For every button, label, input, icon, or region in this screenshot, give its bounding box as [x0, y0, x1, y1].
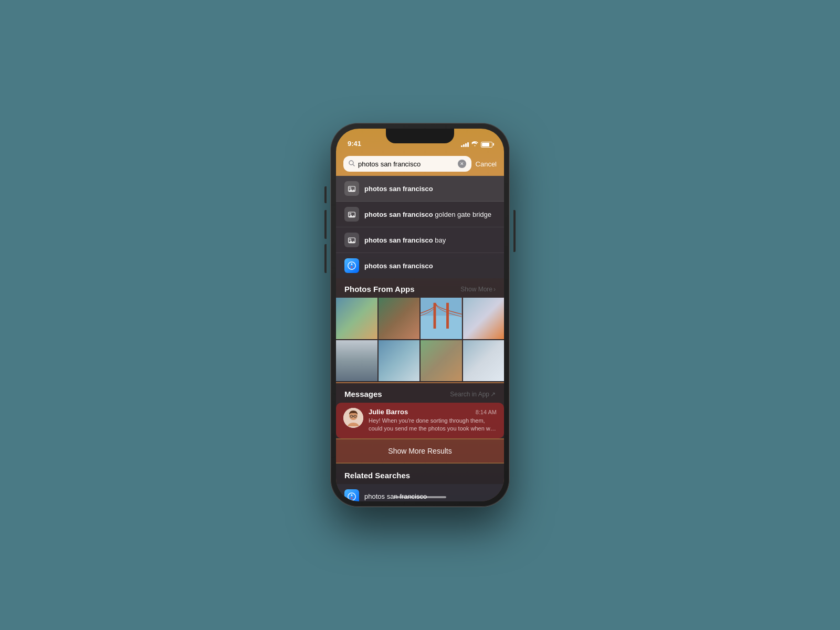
search-icon	[349, 160, 355, 168]
message-item-julie[interactable]: Julie Barros 8:14 AM Hey! When you're do…	[336, 403, 504, 438]
external-link-icon: ↗	[490, 391, 496, 398]
photos-from-apps-section: Photos From Apps Show More ›	[336, 278, 504, 382]
chevron-right-icon: ›	[494, 286, 496, 293]
show-more-results-button[interactable]: Show More Results	[336, 439, 504, 463]
svg-marker-7	[349, 215, 355, 217]
autocomplete-text-3: photos san francisco bay	[364, 236, 446, 244]
photos-app-icon-3	[344, 233, 359, 247]
wifi-icon	[471, 141, 478, 148]
svg-point-0	[349, 161, 353, 165]
search-bar[interactable]: photos san francisco ✕	[343, 156, 471, 172]
message-content: Julie Barros 8:14 AM Hey! When you're do…	[369, 408, 497, 433]
svg-marker-10	[349, 240, 355, 243]
photos-section-header: Photos From Apps Show More ›	[336, 278, 504, 298]
mute-button[interactable]	[324, 186, 327, 203]
photo-cell-7[interactable]	[421, 340, 462, 382]
phone-device: 9:41	[331, 123, 509, 507]
volume-down-button[interactable]	[324, 244, 327, 273]
autocomplete-list: photos san francisco photos san francisc…	[336, 176, 504, 278]
photos-section-title: Photos From Apps	[344, 285, 415, 293]
svg-line-1	[353, 164, 355, 166]
svg-rect-15	[421, 316, 462, 339]
messages-section: Messages Search in App ↗	[336, 383, 504, 438]
message-sender-name: Julie Barros	[369, 408, 408, 416]
autocomplete-item-3[interactable]: photos san francisco bay	[336, 227, 504, 253]
message-header: Julie Barros 8:14 AM	[369, 408, 497, 416]
svg-marker-24	[351, 494, 353, 496]
search-in-app-label: Search in App	[450, 391, 489, 398]
power-button[interactable]	[513, 210, 516, 252]
photo-cell-8[interactable]	[463, 340, 505, 382]
status-icons	[461, 141, 492, 149]
photo-cell-6[interactable]	[379, 340, 420, 382]
autocomplete-item-4[interactable]: photos san francisco	[336, 253, 504, 278]
photos-app-icon-2	[344, 207, 359, 222]
autocomplete-text-2: photos san francisco golden gate bridge	[364, 211, 491, 218]
photo-cell-4[interactable]	[463, 298, 505, 339]
safari-icon-1	[344, 258, 359, 273]
show-more-label: Show More	[460, 286, 492, 293]
search-input-text: photos san francisco	[358, 160, 455, 168]
related-search-item-1[interactable]: photos san francisco	[336, 484, 504, 501]
svg-rect-6	[349, 213, 351, 215]
related-searches-title: Related Searches	[336, 465, 504, 484]
status-time: 9:41	[348, 140, 361, 149]
search-overlay[interactable]: photos san francisco ✕ Cancel photos sa	[336, 152, 504, 501]
messages-search-in-app-link[interactable]: Search in App ↗	[450, 391, 496, 398]
notch	[386, 129, 454, 143]
cancel-button[interactable]: Cancel	[476, 160, 497, 168]
battery-icon	[481, 142, 492, 148]
autocomplete-text-4: photos san francisco	[364, 262, 433, 270]
svg-rect-3	[349, 187, 351, 189]
photo-cell-5[interactable]	[336, 340, 377, 382]
svg-marker-12	[351, 263, 353, 266]
photo-cell-1[interactable]	[336, 298, 377, 339]
phone-screen: 9:41	[336, 129, 504, 501]
home-indicator[interactable]	[394, 496, 446, 498]
message-time: 8:14 AM	[476, 409, 497, 415]
volume-up-button[interactable]	[324, 210, 327, 239]
svg-rect-9	[349, 239, 351, 240]
autocomplete-item-1[interactable]: photos san francisco	[336, 176, 504, 202]
message-preview: Hey! When you're done sorting through th…	[369, 417, 497, 433]
photo-grid	[336, 298, 504, 382]
photo-cell-3[interactable]	[421, 298, 462, 339]
svg-marker-25	[351, 497, 353, 500]
photos-show-more-link[interactable]: Show More ›	[460, 286, 496, 293]
svg-rect-17	[446, 303, 449, 329]
search-bar-row: photos san francisco ✕ Cancel	[336, 152, 504, 176]
photo-cell-2[interactable]	[379, 298, 420, 339]
photos-app-icon-1	[344, 181, 359, 196]
messages-section-header: Messages Search in App ↗	[336, 383, 504, 403]
clear-search-button[interactable]: ✕	[458, 160, 466, 168]
safari-icon-related	[344, 489, 359, 501]
avatar	[343, 408, 363, 428]
svg-marker-4	[349, 189, 355, 192]
signal-icon	[461, 142, 469, 147]
messages-section-title: Messages	[344, 390, 382, 398]
autocomplete-text-1: photos san francisco	[364, 185, 433, 193]
autocomplete-item-2[interactable]: photos san francisco golden gate bridge	[336, 202, 504, 227]
svg-marker-13	[351, 266, 353, 269]
